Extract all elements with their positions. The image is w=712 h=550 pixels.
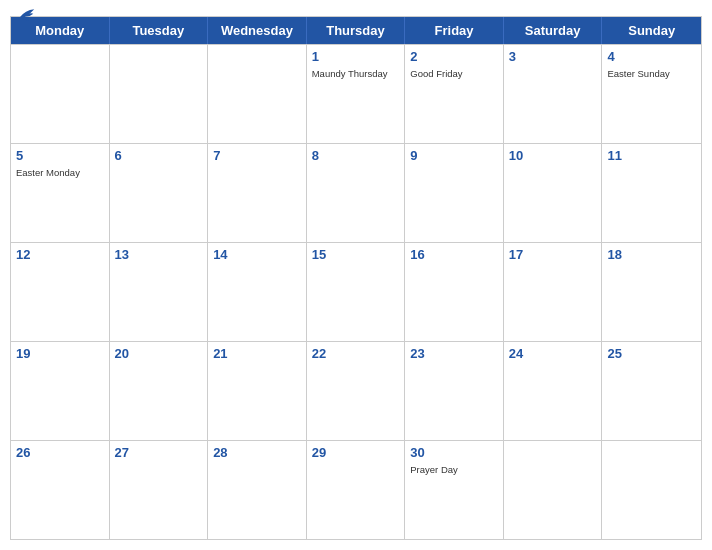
day-number: 4: [607, 48, 696, 66]
day-cell: 22: [307, 342, 406, 440]
day-cell: 17: [504, 243, 603, 341]
day-cell: 30Prayer Day: [405, 441, 504, 539]
day-headers-row: MondayTuesdayWednesdayThursdayFridaySatu…: [11, 17, 701, 44]
day-cell: 0: [208, 45, 307, 143]
day-cell: 8: [307, 144, 406, 242]
day-cell: 7: [208, 144, 307, 242]
day-number: 28: [213, 444, 301, 462]
day-number: 0: [213, 48, 301, 66]
day-cell: 10: [504, 144, 603, 242]
day-cell: 11: [602, 144, 701, 242]
day-header-friday: Friday: [405, 17, 504, 44]
day-cell: 28: [208, 441, 307, 539]
day-number: 5: [16, 147, 104, 165]
weeks-container: 0001Maundy Thursday2Good Friday34Easter …: [11, 44, 701, 539]
day-cell: 15: [307, 243, 406, 341]
day-number: 15: [312, 246, 400, 264]
logo-blue: [16, 8, 36, 22]
day-number: 0: [607, 444, 696, 462]
week-row-2: 5Easter Monday67891011: [11, 143, 701, 242]
day-number: 24: [509, 345, 597, 363]
day-cell: 0: [602, 441, 701, 539]
day-number: 10: [509, 147, 597, 165]
week-row-3: 12131415161718: [11, 242, 701, 341]
day-cell: 27: [110, 441, 209, 539]
day-cell: 12: [11, 243, 110, 341]
day-header-thursday: Thursday: [307, 17, 406, 44]
day-number: 19: [16, 345, 104, 363]
day-cell: 1Maundy Thursday: [307, 45, 406, 143]
day-number: 22: [312, 345, 400, 363]
day-number: 12: [16, 246, 104, 264]
holiday-label: Easter Sunday: [607, 68, 696, 80]
day-number: 1: [312, 48, 400, 66]
day-cell: 20: [110, 342, 209, 440]
day-header-sunday: Sunday: [602, 17, 701, 44]
day-number: 27: [115, 444, 203, 462]
day-cell: 4Easter Sunday: [602, 45, 701, 143]
day-number: 26: [16, 444, 104, 462]
day-cell: 0: [110, 45, 209, 143]
day-cell: 0: [11, 45, 110, 143]
day-number: 0: [16, 48, 104, 66]
holiday-label: Prayer Day: [410, 464, 498, 476]
day-number: 2: [410, 48, 498, 66]
day-number: 3: [509, 48, 597, 66]
day-cell: 29: [307, 441, 406, 539]
day-number: 21: [213, 345, 301, 363]
day-cell: 23: [405, 342, 504, 440]
day-cell: 6: [110, 144, 209, 242]
day-number: 16: [410, 246, 498, 264]
day-number: 11: [607, 147, 696, 165]
day-cell: 26: [11, 441, 110, 539]
day-cell: 3: [504, 45, 603, 143]
day-cell: 24: [504, 342, 603, 440]
calendar-container: MondayTuesdayWednesdayThursdayFridaySatu…: [0, 0, 712, 550]
day-header-tuesday: Tuesday: [110, 17, 209, 44]
logo: [16, 8, 36, 22]
day-number: 30: [410, 444, 498, 462]
day-number: 25: [607, 345, 696, 363]
day-number: 17: [509, 246, 597, 264]
day-cell: 21: [208, 342, 307, 440]
day-cell: 14: [208, 243, 307, 341]
day-number: 13: [115, 246, 203, 264]
day-header-wednesday: Wednesday: [208, 17, 307, 44]
day-cell: 5Easter Monday: [11, 144, 110, 242]
day-cell: 0: [504, 441, 603, 539]
day-cell: 2Good Friday: [405, 45, 504, 143]
day-number: 0: [115, 48, 203, 66]
day-number: 18: [607, 246, 696, 264]
week-row-1: 0001Maundy Thursday2Good Friday34Easter …: [11, 44, 701, 143]
day-number: 29: [312, 444, 400, 462]
holiday-label: Easter Monday: [16, 167, 104, 179]
day-cell: 18: [602, 243, 701, 341]
calendar-header: [0, 0, 712, 16]
week-row-5: 2627282930Prayer Day00: [11, 440, 701, 539]
week-row-4: 19202122232425: [11, 341, 701, 440]
day-header-saturday: Saturday: [504, 17, 603, 44]
day-number: 23: [410, 345, 498, 363]
day-number: 14: [213, 246, 301, 264]
day-number: 20: [115, 345, 203, 363]
holiday-label: Maundy Thursday: [312, 68, 400, 80]
day-number: 8: [312, 147, 400, 165]
day-number: 9: [410, 147, 498, 165]
day-cell: 25: [602, 342, 701, 440]
day-cell: 19: [11, 342, 110, 440]
day-cell: 16: [405, 243, 504, 341]
holiday-label: Good Friday: [410, 68, 498, 80]
day-number: 7: [213, 147, 301, 165]
day-number: 0: [509, 444, 597, 462]
logo-bird-icon: [18, 8, 36, 22]
day-cell: 9: [405, 144, 504, 242]
day-cell: 13: [110, 243, 209, 341]
day-number: 6: [115, 147, 203, 165]
calendar-grid: MondayTuesdayWednesdayThursdayFridaySatu…: [10, 16, 702, 540]
